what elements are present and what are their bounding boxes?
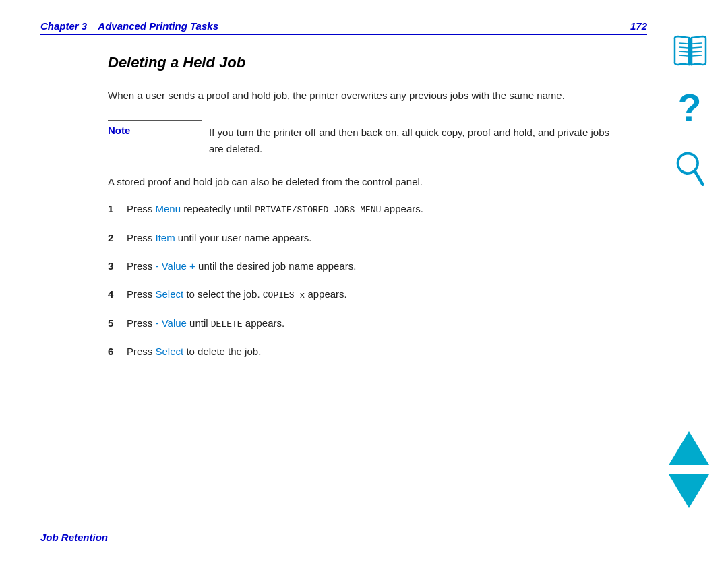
step-2: 2 Press Item until your user name appear… [108,230,620,246]
step-4: 4 Press Select to select the job. COPIES… [108,286,620,303]
step-num-6: 6 [108,344,127,360]
chapter-label: Chapter 3 Advanced Printing Tasks [40,20,218,32]
step-text-6: Press Select to delete the job. [127,344,261,360]
copies-code: COPIES=x [263,290,305,301]
step-num-4: 4 [108,286,127,303]
page-container: Chapter 3 Advanced Printing Tasks 172 De… [0,0,728,562]
section-title: Deleting a Held Job [108,54,647,71]
sidebar-icons: ? [671,34,709,190]
step-text-1: Press Menu repeatedly until PRIVATE/STOR… [127,201,423,218]
step-1: 1 Press Menu repeatedly until PRIVATE/ST… [108,201,620,218]
svg-line-4 [679,55,688,56]
page-number: 172 [630,20,647,32]
steps-section: 1 Press Menu repeatedly until PRIVATE/ST… [108,201,620,360]
book-icon[interactable] [671,34,709,69]
minus-link-3[interactable]: - [156,260,159,272]
nav-arrows [669,431,709,508]
page-header: Chapter 3 Advanced Printing Tasks 172 [40,20,647,35]
note-block: Note If you turn the printer off and the… [108,120,620,157]
down-arrow-icon[interactable] [669,474,709,508]
note-label: Note [108,125,130,136]
step-num-2: 2 [108,230,127,246]
step-5: 5 Press - Value until DELETE appears. [108,315,620,332]
step-num-3: 3 [108,258,127,274]
note-text: If you turn the printer off and then bac… [202,125,620,157]
also-text: A stored proof and hold job can also be … [108,176,620,187]
note-bottom-line [108,139,202,139]
item-link[interactable]: Item [156,232,175,243]
up-arrow-icon[interactable] [669,431,709,465]
step-num-5: 5 [108,315,127,332]
step-text-3: Press - Value + until the desired job na… [127,258,356,274]
svg-line-7 [692,51,702,52]
svg-line-6 [692,47,702,48]
select-link-4[interactable]: Select [156,288,184,300]
footer-label: Job Retention [40,532,108,543]
step-text-4: Press Select to select the job. COPIES=x… [127,286,347,303]
note-row: Note If you turn the printer off and the… [108,121,620,157]
step-6: 6 Press Select to delete the job. [108,344,620,360]
svg-line-11 [694,170,702,184]
note-label-cell: Note [108,125,202,144]
svg-line-3 [679,51,688,52]
question-icon[interactable]: ? [673,89,707,129]
step-text-5: Press - Value until DELETE appears. [127,315,284,332]
menu-link[interactable]: Menu [156,203,181,214]
svg-line-1 [679,43,688,44]
svg-line-2 [679,47,688,48]
step-3: 3 Press - Value + until the desired job … [108,258,620,274]
value-link-5[interactable]: Value [162,317,187,329]
intro-text: When a user sends a proof and hold job, … [108,88,620,104]
svg-line-5 [692,43,702,44]
delete-code: DELETE [211,319,243,330]
step-text-2: Press Item until your user name appears. [127,230,311,246]
magnifier-icon[interactable] [673,150,708,190]
select-link-6[interactable]: Select [156,346,184,357]
svg-text:?: ? [678,89,702,129]
menu-code: PRIVATE/STORED JOBS MENU [255,205,381,215]
svg-line-8 [692,55,702,56]
value-plus-link[interactable]: Value + [162,260,195,272]
step-num-1: 1 [108,201,127,218]
footer: Job Retention [40,532,108,543]
minus-link-5[interactable]: - [156,317,159,329]
